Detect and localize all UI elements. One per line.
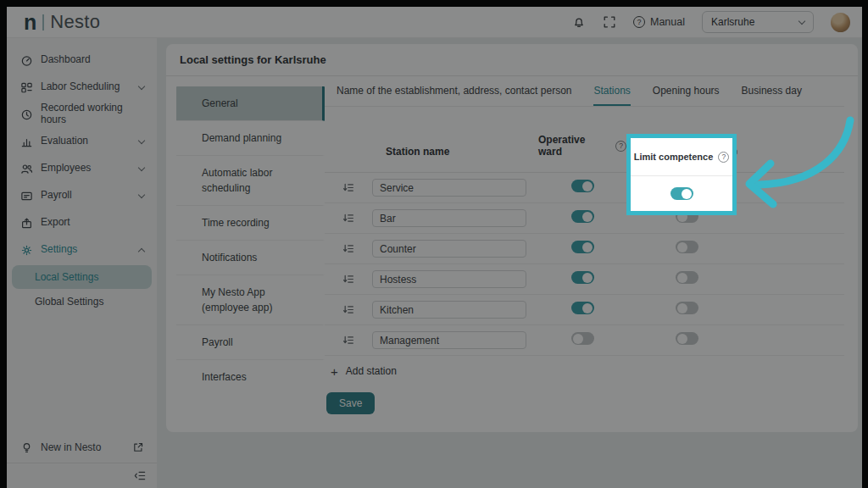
sidebar-item-label: Dashboard bbox=[41, 54, 144, 66]
sidebar-item-label: Evaluation bbox=[41, 136, 131, 147]
gear-icon bbox=[20, 244, 33, 257]
sidebar-item-label: Employees bbox=[41, 163, 131, 175]
drag-handle-icon[interactable] bbox=[342, 181, 355, 194]
station-name-input[interactable] bbox=[372, 179, 526, 197]
chevron-down-icon bbox=[138, 136, 145, 143]
people-icon bbox=[20, 163, 33, 175]
location-value: Karlsruhe bbox=[711, 16, 754, 28]
sidebar-item-labor-scheduling[interactable]: Labor Scheduling bbox=[7, 74, 157, 101]
drag-handle-icon[interactable] bbox=[342, 273, 355, 286]
limit-competence-toggle-highlighted[interactable] bbox=[670, 187, 693, 200]
sidebar-item-settings[interactable]: Settings bbox=[7, 236, 157, 263]
dashboard-icon bbox=[20, 54, 33, 67]
sidebar-item-evaluation[interactable]: Evaluation bbox=[7, 128, 157, 155]
sidebar-item-export[interactable]: Export bbox=[7, 209, 157, 236]
limit-competence-toggle[interactable] bbox=[676, 271, 698, 284]
chevron-down-icon bbox=[798, 17, 805, 24]
tab-stations[interactable]: Stations bbox=[593, 76, 630, 106]
sidebar-item-recorded-working-hours[interactable]: Recorded working hours bbox=[7, 101, 157, 128]
station-name-input[interactable] bbox=[372, 301, 526, 319]
lightbulb-icon bbox=[20, 441, 33, 454]
sidebar-nav: DashboardLabor SchedulingRecorded workin… bbox=[7, 38, 157, 314]
drag-handle-icon[interactable] bbox=[342, 242, 355, 255]
location-select[interactable]: Karlsruhe bbox=[702, 11, 814, 33]
section-item-my-nesto-app-employee-app[interactable]: My Nesto App (employee app) bbox=[176, 275, 325, 325]
station-row-management bbox=[325, 325, 844, 356]
station-name-input[interactable] bbox=[372, 331, 526, 349]
chevron-down-icon bbox=[138, 191, 145, 197]
collapse-sidebar-icon[interactable] bbox=[134, 469, 147, 482]
sidebar-item-label: Payroll bbox=[41, 190, 131, 202]
chart-icon bbox=[20, 136, 33, 148]
notifications-bell-icon[interactable] bbox=[572, 15, 586, 29]
section-item-interfaces[interactable]: Interfaces bbox=[176, 360, 325, 394]
sidebar-item-payroll[interactable]: Payroll bbox=[7, 182, 157, 209]
section-item-payroll[interactable]: Payroll bbox=[176, 325, 325, 360]
limit-competence-toggle[interactable] bbox=[676, 302, 698, 314]
callout-header: Limit competence ? bbox=[631, 138, 732, 175]
manual-link[interactable]: ? Manual bbox=[633, 16, 685, 28]
manual-label: Manual bbox=[650, 16, 685, 28]
sidebar-item-employees[interactable]: Employees bbox=[7, 155, 157, 182]
operative-ward-toggle[interactable] bbox=[571, 210, 594, 223]
stations-table-header: Station name Operative ward ? Limit comp… bbox=[325, 107, 844, 173]
sidebar-subitem-global-settings[interactable]: Global Settings bbox=[7, 289, 157, 314]
tab-name-of-the-establishment-address-contac[interactable]: Name of the establishment, address, cont… bbox=[337, 76, 571, 106]
settings-sections-nav: GeneralDemand planningAutomatic labor sc… bbox=[166, 76, 325, 431]
user-avatar[interactable] bbox=[831, 13, 850, 32]
operative-ward-help-icon[interactable]: ? bbox=[615, 141, 626, 152]
stations-content: Name of the establishment, address, cont… bbox=[325, 76, 858, 431]
station-row-service bbox=[325, 173, 844, 203]
operative-ward-toggle[interactable] bbox=[571, 332, 594, 345]
tab-bar: Name of the establishment, address, cont… bbox=[325, 76, 844, 107]
add-station-button[interactable]: + Add station bbox=[325, 356, 844, 386]
card-icon bbox=[20, 190, 33, 202]
new-in-nesto-link[interactable]: New in Nesto bbox=[7, 432, 157, 463]
plus-icon: + bbox=[331, 365, 338, 378]
station-name-input[interactable] bbox=[372, 240, 526, 258]
section-item-automatic-labor-scheduling[interactable]: Automatic labor scheduling bbox=[176, 156, 325, 206]
drag-handle-icon[interactable] bbox=[342, 212, 355, 225]
station-row-counter bbox=[325, 234, 844, 264]
operative-ward-toggle[interactable] bbox=[571, 180, 594, 192]
station-name-input[interactable] bbox=[372, 270, 526, 288]
page-title: Local settings for Karlsruhe bbox=[180, 53, 326, 66]
new-in-nesto-label: New in Nesto bbox=[41, 441, 125, 453]
chevron-down-icon bbox=[138, 164, 145, 170]
limit-competence-toggle[interactable] bbox=[676, 241, 698, 253]
chevron-up-icon bbox=[138, 247, 145, 254]
sidebar-item-label: Settings bbox=[41, 244, 131, 256]
limit-competence-help-icon[interactable]: ? bbox=[718, 152, 729, 163]
operative-ward-toggle[interactable] bbox=[571, 271, 594, 284]
drag-handle-icon[interactable] bbox=[342, 334, 355, 347]
section-item-notifications[interactable]: Notifications bbox=[176, 241, 325, 275]
save-button[interactable]: Save bbox=[326, 392, 375, 414]
top-bar-actions: ? Manual Karlsruhe bbox=[572, 11, 850, 33]
card-header: Local settings for Karlsruhe bbox=[166, 44, 858, 76]
column-station-name: Station name bbox=[386, 146, 538, 158]
help-circle-icon: ? bbox=[633, 16, 645, 28]
drag-handle-icon[interactable] bbox=[342, 303, 355, 316]
sidebar-item-label: Recorded working hours bbox=[41, 103, 144, 126]
section-item-demand-planning[interactable]: Demand planning bbox=[176, 121, 325, 156]
external-link-icon bbox=[132, 441, 145, 453]
sidebar-item-label: Export bbox=[41, 217, 144, 229]
sidebar-subitem-local-settings[interactable]: Local Settings bbox=[12, 265, 152, 289]
station-row-bar bbox=[325, 203, 844, 234]
top-bar: n Nesto ? Manual Karlsruhe bbox=[7, 7, 862, 38]
tab-opening-hours[interactable]: Opening hours bbox=[653, 76, 720, 106]
sidebar-footer: New in Nesto bbox=[7, 432, 157, 488]
sidebar-item-dashboard[interactable]: Dashboard bbox=[7, 47, 157, 74]
tab-business-day[interactable]: Business day bbox=[742, 76, 802, 106]
section-item-time-recording[interactable]: Time recording bbox=[176, 206, 325, 241]
column-operative-ward: Operative ward ? bbox=[538, 134, 626, 158]
station-name-input[interactable] bbox=[372, 209, 526, 227]
fullscreen-icon[interactable] bbox=[603, 15, 616, 29]
operative-ward-toggle[interactable] bbox=[571, 302, 594, 314]
section-item-general[interactable]: General bbox=[176, 86, 325, 121]
stations-table-body bbox=[325, 173, 844, 356]
operative-ward-toggle[interactable] bbox=[571, 241, 594, 253]
limit-competence-toggle[interactable] bbox=[676, 332, 698, 345]
sidebar-item-label: Labor Scheduling bbox=[41, 81, 131, 93]
highlight-callout: Limit competence ? bbox=[626, 134, 737, 215]
